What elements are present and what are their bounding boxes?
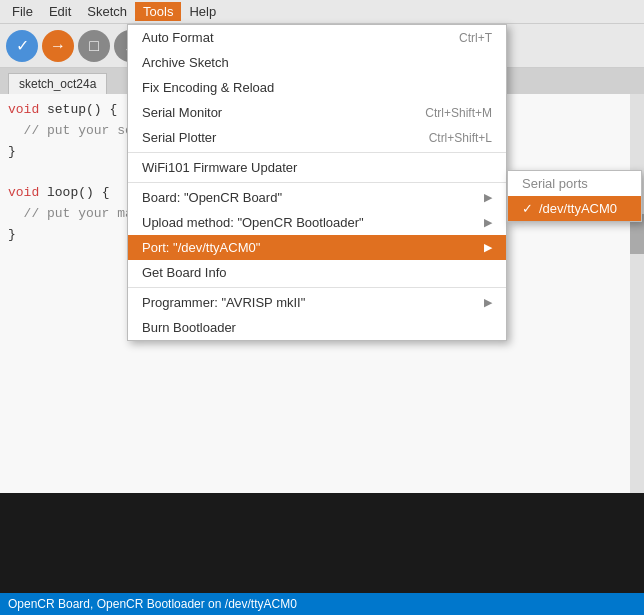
- verify-button[interactable]: ✓: [6, 30, 38, 62]
- menu-programmer-arrow: ▶: [484, 296, 492, 309]
- console-area: [0, 493, 644, 593]
- menu-serial-monitor[interactable]: Serial Monitor Ctrl+Shift+M: [128, 100, 506, 125]
- menu-auto-format-shortcut: Ctrl+T: [459, 31, 492, 45]
- menu-port[interactable]: Port: "/dev/ttyACM0" ▶: [128, 235, 506, 260]
- menu-get-board-info-label: Get Board Info: [142, 265, 227, 280]
- menu-sketch[interactable]: Sketch: [79, 2, 135, 21]
- menu-bar: File Edit Sketch Tools Help: [0, 0, 644, 24]
- menu-burn-bootloader[interactable]: Burn Bootloader: [128, 315, 506, 340]
- menu-fix-encoding[interactable]: Fix Encoding & Reload: [128, 75, 506, 100]
- menu-port-arrow: ▶: [484, 241, 492, 254]
- new-button[interactable]: □: [78, 30, 110, 62]
- menu-serial-plotter-label: Serial Plotter: [142, 130, 216, 145]
- serial-ports-submenu: Serial ports ✓ /dev/ttyACM0: [507, 170, 642, 222]
- upload-button[interactable]: →: [42, 30, 74, 62]
- separator-3: [128, 287, 506, 288]
- menu-serial-monitor-shortcut: Ctrl+Shift+M: [425, 106, 492, 120]
- menu-upload-method-label: Upload method: "OpenCR Bootloader": [142, 215, 364, 230]
- menu-edit[interactable]: Edit: [41, 2, 79, 21]
- menu-serial-monitor-label: Serial Monitor: [142, 105, 222, 120]
- menu-serial-plotter[interactable]: Serial Plotter Ctrl+Shift+L: [128, 125, 506, 150]
- menu-archive-sketch-label: Archive Sketch: [142, 55, 229, 70]
- scrollbar[interactable]: [630, 94, 644, 493]
- menu-fix-encoding-label: Fix Encoding & Reload: [142, 80, 274, 95]
- ide-window: File Edit Sketch Tools Help ✓ → □ ↗ ↓ sk…: [0, 0, 644, 615]
- menu-burn-bootloader-label: Burn Bootloader: [142, 320, 236, 335]
- menu-port-label: Port: "/dev/ttyACM0": [142, 240, 260, 255]
- menu-wifi-updater[interactable]: WiFi101 Firmware Updater: [128, 155, 506, 180]
- menu-file[interactable]: File: [4, 2, 41, 21]
- menu-tools[interactable]: Tools: [135, 2, 181, 21]
- sketch-tab[interactable]: sketch_oct24a: [8, 73, 107, 94]
- submenu-port-label: /dev/ttyACM0: [539, 201, 617, 216]
- menu-serial-plotter-shortcut: Ctrl+Shift+L: [429, 131, 492, 145]
- menu-board-arrow: ▶: [484, 191, 492, 204]
- menu-auto-format-label: Auto Format: [142, 30, 214, 45]
- submenu-port-item[interactable]: ✓ /dev/ttyACM0: [508, 196, 641, 221]
- menu-auto-format[interactable]: Auto Format Ctrl+T: [128, 25, 506, 50]
- status-text: OpenCR Board, OpenCR Bootloader on /dev/…: [8, 597, 297, 611]
- menu-board-label: Board: "OpenCR Board": [142, 190, 282, 205]
- separator-2: [128, 182, 506, 183]
- checkmark-icon: ✓: [522, 201, 533, 216]
- menu-wifi-updater-label: WiFi101 Firmware Updater: [142, 160, 297, 175]
- tools-dropdown: Auto Format Ctrl+T Archive Sketch Fix En…: [127, 24, 507, 341]
- menu-get-board-info[interactable]: Get Board Info: [128, 260, 506, 285]
- status-bar: OpenCR Board, OpenCR Bootloader on /dev/…: [0, 593, 644, 615]
- menu-archive-sketch[interactable]: Archive Sketch: [128, 50, 506, 75]
- separator-1: [128, 152, 506, 153]
- serial-ports-header: Serial ports: [508, 171, 641, 196]
- menu-programmer[interactable]: Programmer: "AVRISP mkII" ▶: [128, 290, 506, 315]
- menu-board[interactable]: Board: "OpenCR Board" ▶: [128, 185, 506, 210]
- menu-upload-method-arrow: ▶: [484, 216, 492, 229]
- menu-programmer-label: Programmer: "AVRISP mkII": [142, 295, 305, 310]
- menu-upload-method[interactable]: Upload method: "OpenCR Bootloader" ▶: [128, 210, 506, 235]
- menu-help[interactable]: Help: [181, 2, 224, 21]
